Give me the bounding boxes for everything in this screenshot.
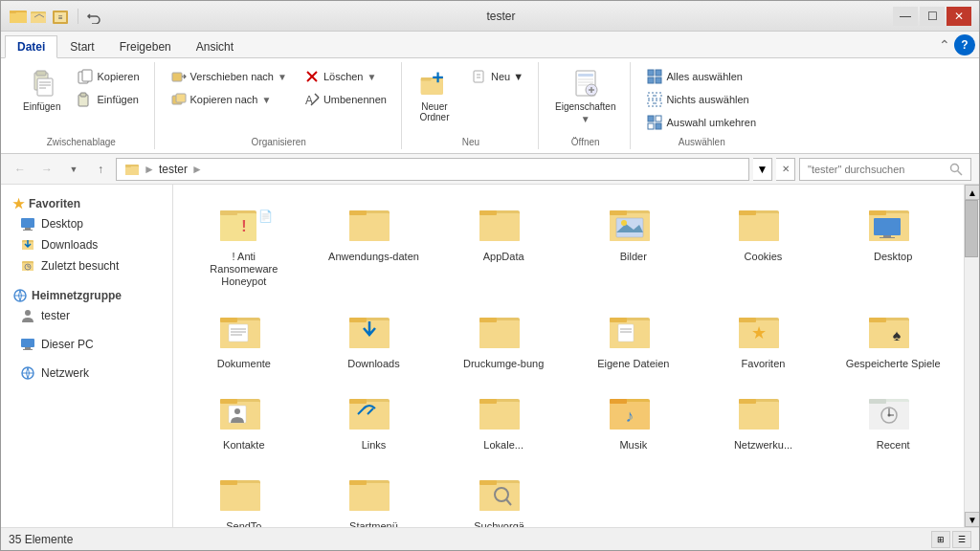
list-item[interactable]: Startmenü — [311, 462, 437, 527]
copy-to-button[interactable]: Kopieren nach ▼ — [165, 89, 294, 110]
file-area: ! 📄 ! AntiRansomewareHoneypot — [173, 185, 964, 527]
list-item[interactable]: Anwendungs-daten — [311, 192, 437, 296]
list-item[interactable]: ! 📄 ! AntiRansomewareHoneypot — [181, 192, 307, 296]
sidebar-item-recent[interactable]: Zuletzt besucht — [1, 255, 172, 276]
list-item[interactable]: Desktop — [830, 192, 956, 296]
tab-ansicht[interactable]: Ansicht — [184, 35, 246, 57]
list-item[interactable]: Cookies — [701, 192, 827, 296]
svg-rect-149 — [869, 399, 886, 404]
file-icon-start — [345, 469, 402, 518]
favorites-section: ★ Favoriten — [1, 192, 172, 213]
list-item[interactable]: SendTo — [181, 462, 307, 527]
tab-start[interactable]: Start — [57, 35, 106, 57]
sidebar-item-tester[interactable]: tester — [1, 305, 172, 326]
svg-rect-72 — [21, 339, 34, 347]
recent-button[interactable]: ▼ — [62, 158, 85, 181]
rename-button[interactable]: A Umbenennen — [298, 89, 393, 110]
view-details-button[interactable]: ⊞ — [931, 531, 950, 548]
address-dropdown[interactable]: ▼ — [753, 158, 772, 181]
svg-rect-28 — [421, 77, 432, 81]
copy-to-icon — [171, 92, 187, 107]
properties-button[interactable]: Eigenschaften ▼ — [548, 66, 622, 127]
list-item[interactable]: Links — [311, 381, 437, 458]
minimize-button[interactable]: — — [893, 7, 918, 26]
svg-rect-146 — [739, 399, 756, 404]
select-all-button[interactable]: Alles auswählen — [640, 66, 763, 87]
file-icon-suche — [475, 469, 532, 518]
list-item[interactable]: Eigene Dateien — [570, 299, 697, 377]
svg-rect-50 — [648, 116, 654, 121]
scroll-thumb[interactable] — [965, 200, 978, 257]
ribbon-collapse-button[interactable]: ⌃ — [939, 37, 950, 53]
app-icon-2 — [30, 7, 49, 26]
search-input[interactable] — [808, 164, 942, 175]
svg-rect-44 — [648, 77, 654, 83]
list-item[interactable]: Kontakte — [181, 381, 307, 458]
sidebar-divider-3 — [1, 355, 172, 363]
new-label: Neu — [462, 133, 479, 147]
scrollbar[interactable]: ▲ ▼ — [964, 185, 979, 527]
select-all-label: Alles auswählen — [666, 71, 743, 82]
file-name: Links — [362, 439, 387, 452]
forward-button[interactable]: → — [35, 158, 58, 181]
sidebar-item-desktop[interactable]: Desktop — [1, 213, 172, 234]
tab-datei[interactable]: Datei — [5, 35, 57, 58]
back-button[interactable]: ← — [9, 158, 32, 181]
new-buttons: NeuerOrdner Neu ▼ — [412, 64, 530, 133]
list-item[interactable]: Suchvorgä... — [440, 462, 567, 527]
list-item[interactable]: Dokumente — [181, 299, 307, 377]
list-item[interactable]: ♪ Musik — [570, 381, 697, 458]
svg-rect-31 — [474, 71, 483, 82]
app-icon-1 — [9, 7, 28, 26]
list-item[interactable]: ★ Favoriten — [701, 299, 827, 377]
search-box[interactable] — [799, 158, 971, 181]
move-label: Verschieben nach — [190, 71, 274, 82]
tab-freigeben[interactable]: Freigeben — [107, 35, 184, 57]
sidebar-item-dieser-pc[interactable]: Dieser PC — [1, 334, 172, 355]
scroll-down[interactable]: ▼ — [965, 512, 979, 527]
list-item[interactable]: Lokale... — [440, 381, 567, 458]
heimnetz-label: Heimnetzgruppe — [32, 289, 122, 302]
einfuegen-label: Einfügen — [97, 94, 138, 105]
svg-rect-83 — [349, 213, 390, 241]
select-none-button[interactable]: Nichts auswählen — [640, 89, 763, 110]
paste-small-button[interactable]: Einfügen — [71, 89, 145, 110]
address-path[interactable]: ► tester ► — [116, 158, 749, 181]
svg-text:📄: 📄 — [258, 209, 273, 223]
open-label: Öffnen — [571, 133, 600, 147]
list-item[interactable]: Bilder — [570, 192, 697, 296]
list-item[interactable]: Downloads — [311, 299, 437, 377]
help-button[interactable]: ? — [954, 34, 975, 55]
new-item-button[interactable]: Neu ▼ — [465, 66, 530, 87]
properties-arrow: ▼ — [581, 114, 590, 124]
new-folder-button[interactable]: NeuerOrdner — [412, 66, 457, 125]
delete-button[interactable]: Löschen ▼ — [298, 66, 393, 87]
clear-button[interactable]: ✕ — [776, 158, 795, 181]
close-button[interactable]: ✕ — [947, 7, 971, 26]
invert-selection-button[interactable]: Auswahl umkehren — [640, 112, 763, 133]
sidebar-item-netzwerk[interactable]: Netzwerk — [1, 363, 172, 384]
svg-rect-101 — [880, 237, 895, 238]
paste-button[interactable]: Einfügen — [16, 66, 67, 115]
svg-point-92 — [621, 220, 627, 226]
new-item-label: Neu ▼ — [491, 71, 523, 82]
scroll-up[interactable]: ▲ — [965, 185, 979, 200]
list-item[interactable]: Netzwerku... — [701, 381, 827, 458]
copy-button[interactable]: Kopieren — [71, 66, 145, 87]
list-item[interactable]: ♠ Gespeicherte Spiele — [830, 299, 956, 377]
copy-icon — [78, 69, 93, 84]
sidebar-item-downloads[interactable]: Downloads — [1, 234, 172, 255]
view-list-button[interactable]: ☰ — [952, 531, 971, 548]
svg-rect-126 — [869, 320, 909, 348]
file-icon-musik: ♪ — [605, 387, 662, 437]
move-button[interactable]: Verschieben nach ▼ — [165, 66, 294, 87]
svg-rect-78 — [220, 213, 256, 241]
list-item[interactable]: Recent — [830, 381, 956, 458]
list-item[interactable]: AppData — [440, 192, 567, 296]
list-item[interactable]: Druckumge-bung — [440, 299, 567, 377]
up-button[interactable]: ↑ — [89, 158, 112, 181]
recent-sidebar-icon — [20, 258, 35, 274]
maximize-button[interactable]: ☐ — [920, 7, 945, 26]
svg-point-71 — [25, 310, 31, 316]
organize-label: Organisieren — [252, 133, 306, 147]
